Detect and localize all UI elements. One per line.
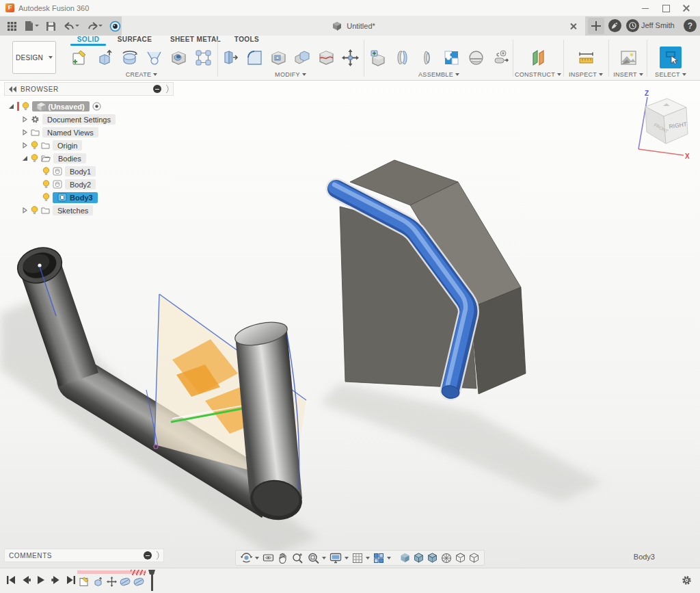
tree-item-bodies[interactable]: Bodies [0,152,175,165]
activate-radio-icon[interactable] [92,102,101,111]
tab-sheet-metal[interactable]: SHEET METAL [168,36,223,45]
group-label-create[interactable]: CREATE [126,71,152,78]
tree-label-chip[interactable]: Body3 [53,192,98,203]
tree-label-chip[interactable]: (Unsaved) [32,101,90,111]
measure-icon[interactable] [575,47,597,68]
shaded-hidden-edges-cube-icon[interactable] [427,553,438,564]
select-cursor-icon[interactable] [660,47,682,68]
shell-icon[interactable] [268,47,289,68]
group-label-select[interactable]: SELECT [655,71,680,78]
as-built-joint-icon[interactable] [416,47,438,68]
file-menu-icon[interactable] [24,21,39,31]
look-at-icon[interactable] [262,553,274,563]
hole-icon[interactable] [167,47,189,68]
tree-item-body2[interactable]: Body2 [0,178,175,191]
panel-resize-icon[interactable] [156,551,159,559]
extrude-feature-icon[interactable] [92,576,103,587]
tree-item-root[interactable]: (Unsaved) [0,100,175,113]
expanded-arrow-icon[interactable] [8,103,14,109]
bulb-icon[interactable] [42,167,50,176]
bulb-icon[interactable] [22,102,29,111]
joint-origin-icon[interactable] [440,47,462,68]
timeline-settings-gear-icon[interactable] [682,575,692,587]
wireframe-hidden-cube-icon[interactable] [455,553,466,564]
zoom-icon[interactable] [291,552,304,564]
insert-image-icon[interactable] [617,47,639,68]
app-grid-icon[interactable] [7,21,17,31]
workspace-selector[interactable]: DESIGN [12,41,56,74]
notifications-icon[interactable] [626,19,639,32]
split-body-icon[interactable] [316,47,337,68]
move-copy-icon[interactable] [340,47,361,68]
wireframe-cube-icon[interactable] [469,553,479,564]
close-window-icon[interactable] [682,4,690,12]
shaded-edges-cube-icon[interactable] [414,553,424,564]
undo-icon[interactable] [63,21,79,31]
extrude-icon[interactable] [94,47,116,68]
sketch-feature-icon[interactable] [79,576,90,587]
tree-item-sketches[interactable]: Sketches [0,204,175,217]
new-tab-icon[interactable] [588,18,604,34]
collapsed-arrow-icon[interactable] [22,142,28,148]
new-component-icon[interactable] [366,47,388,68]
enable-contact-sets-icon[interactable] [465,47,487,68]
group-label-insert[interactable]: INSERT [613,71,637,78]
tree-item-body1[interactable]: Body1 [0,165,175,178]
bulb-icon[interactable] [31,206,38,215]
orbit-icon[interactable] [241,552,259,564]
minimize-panel-icon[interactable] [153,85,161,93]
go-to-start-icon[interactable] [5,575,16,585]
bulb-icon[interactable] [31,154,38,163]
create-sketch-icon[interactable] [69,47,91,68]
go-to-end-icon[interactable] [66,575,76,585]
panel-resize-icon[interactable] [165,85,169,93]
save-icon[interactable] [46,21,56,31]
maximize-icon[interactable] [662,4,670,12]
bulb-icon[interactable] [42,193,50,202]
loft-icon[interactable] [143,47,165,68]
extensions-icon[interactable] [608,19,621,32]
step-back-icon[interactable] [21,575,31,585]
recording-indicator-icon[interactable] [109,21,121,32]
sweep-feature-icon[interactable] [133,576,144,587]
minimize-icon[interactable] [641,4,649,12]
redo-icon[interactable] [86,21,103,31]
collapsed-arrow-icon[interactable] [22,207,28,213]
viewports-icon[interactable] [373,553,391,564]
document-tab[interactable]: Untitled* [122,16,585,36]
tab-tools[interactable]: TOOLS [231,36,262,45]
bulb-icon[interactable] [42,180,50,189]
fillet-icon[interactable] [244,47,265,68]
step-forward-icon[interactable] [51,575,61,585]
group-label-inspect[interactable]: INSPECT [569,71,597,78]
pattern-icon[interactable] [192,47,214,68]
display-settings-icon[interactable] [329,553,349,564]
press-pull-icon[interactable] [220,47,241,68]
view-cube[interactable]: Z X FRONT RIGHT [615,89,696,163]
tree-label-chip[interactable]: Document Settings [42,114,116,124]
collapse-panel-icon[interactable] [9,86,16,92]
collapsed-arrow-icon[interactable] [22,129,28,135]
expanded-arrow-icon[interactable] [22,155,28,161]
tree-item-document-settings[interactable]: Document Settings [0,113,175,126]
collapsed-arrow-icon[interactable] [22,116,28,122]
timeline-position-marker[interactable] [148,570,155,591]
revolve-icon[interactable] [118,47,140,68]
joint-icon[interactable] [391,47,413,68]
bulb-icon[interactable] [31,141,38,150]
help-icon[interactable]: ? [684,19,697,32]
tree-item-named-views[interactable]: Named Views [0,126,175,139]
wireframe-sphere-icon[interactable] [441,553,452,564]
tree-label-chip[interactable]: Body2 [65,179,96,189]
motion-link-icon[interactable] [489,47,511,68]
user-name[interactable]: Jeff Smith [641,21,675,29]
group-label-assemble[interactable]: ASSEMBLE [418,71,453,78]
sweep-feature-icon[interactable] [120,576,131,587]
minimize-panel-icon[interactable] [144,551,152,559]
pan-icon[interactable] [278,553,288,564]
tree-label-chip[interactable]: Origin [53,140,82,150]
tree-item-origin[interactable]: Origin [0,139,175,152]
tree-label-chip[interactable]: Body1 [65,166,96,176]
tab-surface[interactable]: SURFACE [115,36,154,45]
group-label-modify[interactable]: MODIFY [275,71,300,78]
